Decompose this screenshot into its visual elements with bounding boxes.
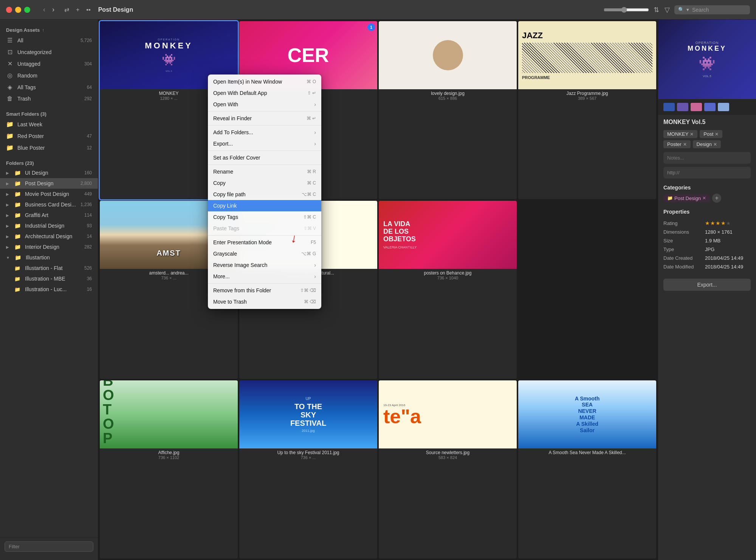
design-assets-label: Design Assets [6, 27, 40, 33]
star-4[interactable]: ★ [721, 220, 726, 226]
ctx-item-open-default[interactable]: Open With Default App ⇧ ↵ [208, 87, 321, 99]
ctx-item-copy-file-path[interactable]: Copy file path ⌥⌘ C [208, 189, 321, 200]
sidebar-item-uncategorized[interactable]: ⊡ Uncategorized [0, 46, 98, 58]
sidebar-item-movie-post-design[interactable]: ▶ 📁 Movie Post Design 449 [0, 189, 98, 199]
export-button[interactable]: Export... [663, 279, 751, 291]
search-input[interactable] [692, 7, 746, 13]
sidebar-item-illustartion[interactable]: ▼ 📁 Illustartion [0, 252, 98, 263]
sidebar-item-last-week[interactable]: 📁 Last Week [0, 118, 98, 130]
sidebar-item-random[interactable]: ◎ Random [0, 70, 98, 81]
prop-row-date-modified: Date Modified 2018/04/25 14:49 [663, 262, 751, 271]
sidebar-item-illustration-mbe[interactable]: 📁 Illustration - MBE 36 [0, 273, 98, 284]
ctx-item-enter-presentation[interactable]: Enter Presentation Mode F5 [208, 237, 321, 248]
ctx-item-move-to-trash[interactable]: Move to Trash ⌘ ⌫ [208, 296, 321, 307]
ui-design-icon: 📁 [14, 170, 21, 176]
filter-input[interactable] [5, 541, 93, 552]
ctx-item-grayscale[interactable]: Grayscale ⌥⌘ G [208, 248, 321, 259]
ctx-item-open-new-window[interactable]: Open Item(s) in New Window ⌘ O [208, 76, 321, 87]
sidebar-item-illustration-luc[interactable]: 📁 Illustration - Luc... 16 [0, 284, 98, 295]
color-swatch-2[interactable] [677, 103, 688, 111]
sidebar-item-illustartion-flat[interactable]: 📁 Illustartion - Flat 526 [0, 263, 98, 273]
forward-button[interactable]: › [50, 5, 57, 14]
panel-notes[interactable]: Notes... [663, 152, 751, 164]
disclosure-triangle-industrial: ▶ [6, 224, 9, 228]
star-2[interactable]: ★ [710, 220, 716, 226]
cat-remove-post-design[interactable]: ✕ [702, 195, 706, 201]
tag-poster-remove[interactable]: ✕ [683, 142, 687, 147]
tag-monkey-remove[interactable]: ✕ [690, 132, 694, 137]
ctx-item-rename[interactable]: Rename ⌘ R [208, 166, 321, 177]
ctx-item-export[interactable]: Export... › [208, 138, 321, 149]
ctx-item-open-with[interactable]: Open With › [208, 99, 321, 110]
sidebar-item-blue-poster[interactable]: 📁 Blue Poster 12 [0, 142, 98, 154]
ctx-arrow-more: › [314, 273, 316, 279]
color-swatch-3[interactable] [691, 103, 702, 111]
ctx-shortcut-enter-presentation: F5 [311, 240, 316, 245]
cat-chip-post-design[interactable]: 📁 Post Design ✕ [663, 194, 710, 202]
ctx-item-reveal-finder[interactable]: Reveal in Finder ⌘ ↵ [208, 113, 321, 124]
color-swatch-5[interactable] [718, 103, 729, 111]
color-swatch-4[interactable] [704, 103, 716, 111]
ctx-item-set-folder-cover[interactable]: Set as Folder Cover [208, 152, 321, 163]
star-1[interactable]: ★ [705, 220, 710, 226]
star-3[interactable]: ★ [716, 220, 721, 226]
sidebar-item-trash[interactable]: 🗑 Trash 292 [0, 93, 98, 104]
sidebar-item-ui-design-count: 160 [84, 170, 92, 175]
tag-post-remove[interactable]: ✕ [715, 132, 719, 137]
sidebar-item-business-card-label: Business Card Desi... [25, 202, 77, 208]
color-swatch-1[interactable] [663, 103, 675, 111]
add-icon[interactable]: + [76, 6, 79, 13]
zoom-slider[interactable] [604, 7, 649, 13]
search-dropdown-icon[interactable]: ▾ [686, 7, 689, 12]
main-layout: Design Assets ↑ ☰ All 5,726 ⊡ Uncategori… [0, 20, 756, 560]
sidebar-item-ui-design[interactable]: ▶ 📁 UI Design 160 [0, 168, 98, 178]
sidebar-item-uncategorized-label: Uncategorized [17, 49, 92, 55]
tag-monkey[interactable]: MONKEY ✕ [663, 130, 697, 138]
sort-icon[interactable]: ⇅ [654, 6, 659, 14]
sidebar-item-graffiti-art[interactable]: ▶ 📁 Graffiti Art 114 [0, 210, 98, 220]
cat-add-button[interactable]: + [712, 194, 721, 203]
sidebar-item-untagged-count: 304 [84, 61, 92, 67]
sidebar-item-interior-design[interactable]: ▶ 📁 Interior Design 282 [0, 242, 98, 252]
sidebar-item-architectural-design[interactable]: ▶ 📁 Architectural Design 14 [0, 231, 98, 242]
panel-url[interactable]: http:// [663, 167, 751, 178]
tag-design-remove[interactable]: ✕ [713, 142, 717, 147]
ctx-shortcut-copy-file-path: ⌥⌘ C [302, 192, 316, 197]
back-button[interactable]: ‹ [41, 5, 48, 14]
ctx-item-reverse-image-search[interactable]: Reverse Image Search › [208, 259, 321, 271]
swap-icon[interactable]: ⇄ [64, 6, 69, 13]
sidebar-item-industrial-design[interactable]: ▶ 📁 Industrial Design 93 [0, 220, 98, 231]
sidebar-item-post-design-count: 2,800 [81, 181, 92, 186]
ctx-item-add-to-folders[interactable]: Add To Folders... › [208, 127, 321, 138]
close-button[interactable] [6, 7, 12, 13]
search-bar[interactable]: 🔍 ▾ [674, 5, 750, 14]
ctx-label-open-with: Open With [213, 101, 311, 107]
tag-post[interactable]: Post ✕ [700, 130, 722, 138]
tag-design[interactable]: Design ✕ [693, 140, 721, 148]
tag-poster-label: Poster [667, 141, 682, 147]
context-menu-overlay[interactable]: Open Item(s) in New Window ⌘ O Open With… [98, 20, 658, 560]
sidebar-item-all[interactable]: ☰ All 5,726 [0, 34, 98, 46]
ctx-item-copy[interactable]: Copy ⌘ C [208, 177, 321, 189]
disclosure-triangle-movie: ▶ [6, 192, 9, 196]
sidebar-item-post-design[interactable]: ▶ 📁 Post Design 2,800 [0, 178, 98, 189]
sidebar-item-untagged[interactable]: ✕ Untagged 304 [0, 58, 98, 70]
panels-icon[interactable]: ▪▪ [86, 6, 90, 13]
panel-preview-title: MONKEY [688, 45, 727, 53]
filter-icon[interactable]: ▽ [665, 6, 670, 14]
sidebar-item-illustration-luc-label: Illustration - Luc... [25, 286, 83, 292]
ctx-item-copy-link[interactable]: Copy Link [208, 200, 321, 211]
minimize-button[interactable] [15, 7, 21, 13]
ctx-item-copy-tags[interactable]: Copy Tags ⇧⌘ C [208, 211, 321, 223]
panel-tags: MONKEY ✕ Post ✕ Poster ✕ Design ✕ [658, 128, 756, 152]
blue-poster-icon: 📁 [6, 144, 14, 151]
tag-poster[interactable]: Poster ✕ [663, 140, 691, 148]
maximize-button[interactable] [24, 7, 30, 13]
prop-key-type: Type [663, 247, 705, 252]
sidebar-item-all-tags[interactable]: ◈ All Tags 64 [0, 81, 98, 93]
sidebar-item-business-card[interactable]: ▶ 📁 Business Card Desi... 1,236 [0, 199, 98, 210]
ctx-item-remove-from-folder[interactable]: Remove from this Folder ⇧⌘ ⌫ [208, 285, 321, 296]
ctx-item-more[interactable]: More... › [208, 271, 321, 282]
star-5[interactable]: ★ [726, 220, 731, 226]
sidebar-item-red-poster[interactable]: 📁 Red Poster 47 [0, 130, 98, 142]
